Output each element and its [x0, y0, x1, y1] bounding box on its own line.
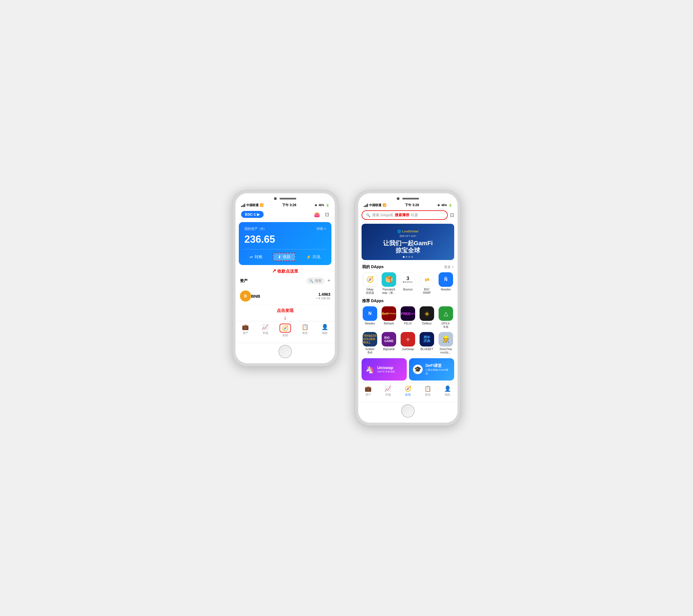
battery-level-2: 46%	[441, 204, 447, 207]
recommend-row-1: N Newdex Bet#birthday Bethash FREECPU FE…	[358, 305, 458, 330]
market2-tab-label: 市场	[385, 393, 391, 397]
dapp-bluebet[interactable]: 周年庆典 BLUEBET	[417, 332, 436, 354]
receive-action[interactable]: ⬇ 收款	[273, 253, 296, 261]
battery-icon-2: 🔋	[449, 204, 452, 207]
defi-promo[interactable]: 🎓 DeFi课堂 汇聚全网最火DeFi教程	[409, 358, 454, 380]
status-left-2: 中国联通 📶	[364, 203, 387, 207]
dapp-newdex2[interactable]: N Newdex	[360, 306, 379, 329]
tab2-market[interactable]: 📈 市场	[378, 385, 398, 397]
dmdfinance-name: Dmd.Finance(钻…	[440, 347, 452, 354]
defibox-icon: ◈	[420, 306, 434, 321]
flash-action[interactable]: ⚡ 闪兑	[306, 253, 320, 261]
battery-level-1: 46%	[319, 204, 324, 207]
discover2-tab-label: 发现	[405, 393, 411, 397]
assets-section-title: 资产	[240, 278, 248, 283]
dapp-felix[interactable]: FREECPU FELIX	[398, 306, 417, 329]
dapp-pancake[interactable]: 🥞 PancakeSwap（薄…	[379, 272, 398, 295]
home-button-2[interactable]	[401, 404, 415, 418]
dapp-bounce[interactable]: 3 Bounce Bounce	[398, 272, 417, 295]
defi-promo-name: DeFi课堂	[425, 363, 450, 368]
bnb-cny: ≈ ¥ 236.65	[316, 297, 330, 300]
discover2-tab-icon: 🧭	[404, 385, 412, 392]
dapp-bscswap[interactable]: ⇌ BSCSWAP	[417, 272, 436, 295]
recommend-dapps-header: 推荐 DApps	[358, 296, 458, 305]
defi-promo-icon: 🎓	[413, 365, 423, 374]
banner-title: 让我们一起GamFi掠宝全球	[383, 240, 433, 254]
home-area-2	[358, 402, 458, 423]
banner-area[interactable]: 🌐 LootGlobal 游戏 NFT DeFi 让我们一起GamFi掠宝全球	[361, 224, 454, 260]
front-camera-2	[397, 197, 399, 200]
tab2-profile[interactable]: 👤 我的	[438, 385, 458, 397]
signal-icon-2	[364, 204, 368, 207]
receive-hint-label: 收款点这里	[277, 269, 298, 273]
discover-arrow-down: ↓	[235, 314, 335, 321]
search-input[interactable]: 🔍 搜索 DApp或 搜索薄饼 玩耍	[361, 210, 448, 220]
tab-market[interactable]: 📈 市场	[255, 324, 275, 337]
home-button-1[interactable]	[278, 345, 292, 358]
discover-tab-box: 🧭	[280, 324, 291, 333]
news-tab-icon: 📋	[302, 324, 309, 330]
bluebet-icon: 周年庆典	[420, 332, 434, 346]
asset-detail-link[interactable]: 详情 >	[316, 226, 326, 231]
dapp-dmdfinance[interactable]: 👷 Dmd.Finance(钻…	[436, 332, 455, 354]
tab2-assets[interactable]: 💼 资产	[358, 385, 378, 397]
dapp-defibox[interactable]: ◈ Defibox	[417, 306, 436, 329]
tab-profile[interactable]: 👤 我的	[315, 324, 335, 337]
carrier-name: 中国联通	[246, 203, 259, 207]
phone-2: 中国联通 📶 下午 3:26 ⊕ 46% 🔋 🔍 搜索 DApp或 搜索薄饼 玩…	[355, 190, 461, 426]
status-time-2: 下午 3:26	[405, 203, 419, 207]
dapp-newdex[interactable]: Ñ Newdex	[436, 272, 455, 295]
tab2-news[interactable]: 📋 资讯	[418, 385, 438, 397]
bounce-icon: 3 Bounce	[401, 272, 415, 287]
browser-icon: 🧭	[363, 272, 377, 287]
qr-scan-icon[interactable]: ⊡	[325, 212, 329, 218]
assets-search-box[interactable]: 🔍 搜索	[306, 277, 324, 284]
uniswap-promo[interactable]: 🦄 Uniswap DeFi牛市发动机	[361, 358, 407, 380]
bottom-tabs-1: 💼 资产 📈 市场 🧭 发现 📋 资讯	[235, 321, 335, 343]
asset-item-bnb[interactable]: B BNB 1.4963 ≈ ¥ 236.65	[240, 287, 330, 305]
bounce-name: Bounce	[403, 288, 413, 291]
recommend-row-2: TRX&EOSGOLDENBULL GoldenBull BiGGAME Big…	[358, 330, 458, 356]
tab-news[interactable]: 📋 资讯	[295, 324, 315, 337]
search-icon: 🔍	[309, 279, 313, 283]
goldenbull-icon: TRX&EOSGOLDENBULL	[363, 332, 377, 346]
status-bar-1: 中国联通 📶 下午 3:26 ⊕ 46% 🔋	[235, 202, 335, 209]
receive-hint-text: ↗ 收款点这里	[235, 268, 335, 274]
dapp-browser[interactable]: 🧭 DApp浏览器	[360, 272, 379, 295]
qr-scan-icon-2[interactable]: ⊡	[450, 212, 454, 218]
my-dapps-header: 我的 DApps 更多 >	[358, 262, 458, 271]
market-tab-label: 市场	[262, 331, 268, 335]
bscswap-icon: ⇌	[420, 272, 434, 287]
add-asset-button[interactable]: +	[327, 278, 330, 284]
dapp-goldenbull[interactable]: TRX&EOSGOLDENBULL GoldenBull	[360, 332, 379, 354]
tab-assets[interactable]: 💼 资产	[235, 324, 255, 337]
my-dapps-more[interactable]: 更多 >	[444, 265, 454, 270]
phone-1: 中国联通 📶 下午 3:26 ⊕ 46% 🔋 BSC-1 ▶ 👛	[232, 190, 338, 366]
profile-tab-icon: 👤	[321, 324, 329, 330]
dapp-bethash[interactable]: Bet#birthday Bethash	[379, 306, 398, 329]
dapp-justswap[interactable]: ⟡ JustSwap	[398, 332, 417, 354]
felix-icon: FREECPU	[401, 306, 415, 321]
receive-arrow: ↗	[272, 268, 276, 274]
dfs-name: DFS大丰收	[442, 322, 450, 329]
banner-dots	[403, 256, 413, 258]
defi-promo-text: DeFi课堂 汇聚全网最火DeFi教程	[425, 363, 450, 376]
my-dapps-title: 我的 DApps	[362, 264, 383, 270]
tab-discover[interactable]: 🧭 发现	[275, 324, 295, 337]
asset-total-amount: 236.65	[244, 234, 326, 245]
dot-4	[411, 256, 413, 258]
phone-top-bar	[235, 193, 335, 202]
dapp-biggame[interactable]: BiGGAME BigGame	[379, 332, 398, 354]
wallet-icon[interactable]: 👛	[314, 212, 320, 218]
network-badge[interactable]: BSC-1 ▶	[241, 211, 264, 218]
phone-top-bar-2	[358, 193, 458, 202]
transfer-action[interactable]: ⇌ 转账	[250, 253, 262, 261]
dapp-dfs[interactable]: △ DFS大丰收	[436, 306, 455, 329]
assets-tab-label: 资产	[243, 331, 248, 335]
felix-name: FELIX	[404, 322, 412, 325]
banner-tags: 游戏 NFT DeFi	[399, 234, 416, 238]
newdex2-name: Newdex	[365, 322, 375, 325]
tab2-discover[interactable]: 🧭 发现	[398, 385, 418, 397]
search-placeholder-end: 玩耍	[411, 213, 418, 218]
search-placeholder-text: 搜索 DApp或	[372, 213, 393, 218]
